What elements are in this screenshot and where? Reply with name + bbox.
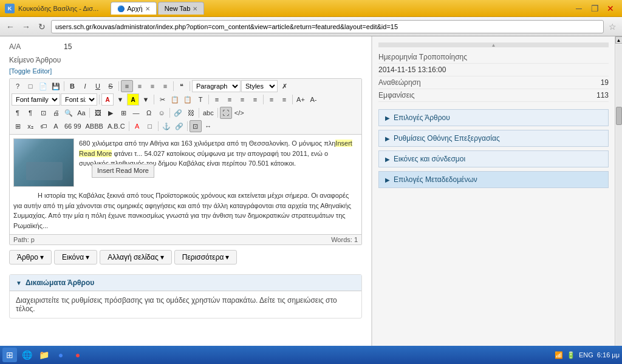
align-right2-button[interactable]: ≡ — [236, 93, 248, 106]
link-button[interactable]: 🔗 — [172, 107, 184, 119]
editor-content[interactable]: 680 χιλιόμετρα από την Αθήνα και 163 χιλ… — [10, 135, 361, 234]
ul-button[interactable]: ≡ — [265, 93, 278, 106]
sidebar-section-4: ▶ Επιλογές Μεταδεδομένων — [378, 171, 609, 188]
minimize-button[interactable]: ─ — [572, 2, 586, 15]
spell-button[interactable]: Aa — [75, 107, 87, 119]
rights-header[interactable]: ▼ Δικαιώματα Άρθρου — [10, 275, 361, 291]
paste-button[interactable]: 📋 — [182, 93, 194, 106]
emotion-button[interactable]: ☺ — [156, 107, 168, 119]
font-shrink-button[interactable]: A- — [307, 93, 320, 106]
spellcheck-button[interactable]: abc — [201, 107, 216, 119]
tab-newtab[interactable]: New Tab ✕ — [158, 2, 205, 15]
underline-button[interactable]: U — [92, 80, 104, 92]
paragraph-select[interactable]: Paragraph — [192, 80, 241, 92]
taskbar-chrome[interactable]: ● — [53, 348, 68, 362]
para-button[interactable]: ¶ — [12, 107, 24, 119]
italic-button[interactable]: I — [79, 80, 91, 92]
search-button[interactable]: 🔍 — [63, 107, 75, 119]
toggle-editor-button[interactable]: [Toggle Editor] — [9, 67, 52, 75]
font-color-button[interactable]: A — [101, 93, 114, 106]
taskbar-ie[interactable]: 🌐 — [19, 348, 34, 362]
editor-content-inner: 680 χιλιόμετρα από την Αθήνα και 163 χιλ… — [13, 138, 358, 187]
fullscreen-button[interactable]: ⛶ — [220, 107, 232, 119]
taskbar-folder[interactable]: 📁 — [36, 348, 51, 362]
align-justify2-button[interactable]: ≡ — [249, 93, 261, 106]
section-header-article-options[interactable]: ▶ Επιλογές Άρθρου — [378, 109, 609, 126]
address-bar[interactable] — [51, 20, 604, 33]
tab-active[interactable]: 🔵 Αρχή ✕ — [111, 2, 157, 15]
forward-button[interactable]: → — [19, 20, 33, 33]
link2-button[interactable]: 🔗 — [173, 120, 185, 132]
tab-pagebreak[interactable]: Αλλαγή σελίδας ▾ — [100, 250, 172, 265]
main-scrollbar[interactable]: ▲ ▼ — [615, 36, 622, 364]
hr-button[interactable]: — — [130, 107, 142, 119]
align-left2-button[interactable]: ≡ — [211, 93, 223, 106]
scroll-track[interactable] — [616, 44, 622, 356]
highlight-color-button[interactable]: A — [127, 93, 139, 106]
help-button[interactable]: ? — [12, 80, 24, 92]
sep10 — [89, 108, 90, 118]
table-button[interactable]: ⊞ — [117, 107, 129, 119]
bookmark-star[interactable]: ☆ — [606, 21, 618, 33]
tab2-close[interactable]: ✕ — [193, 5, 197, 12]
unlink-button[interactable]: ⛓ — [185, 107, 197, 119]
block-button[interactable]: ⊡ — [37, 107, 49, 119]
cut-button[interactable]: ✂ — [156, 93, 168, 106]
font-grow-button[interactable]: A+ — [295, 93, 307, 106]
toggle-button[interactable]: ⊡ — [190, 120, 202, 132]
clear-formatting-button[interactable]: ✗ — [278, 80, 290, 92]
anchor-button[interactable]: ⚓ — [160, 120, 173, 132]
ol-button[interactable]: ≡ — [278, 93, 290, 106]
code-button[interactable]: </> — [233, 107, 246, 119]
section-header-screen-settings[interactable]: ▶ Ρυθμίσεις Οθόνης Επεξεργασίας — [378, 130, 609, 147]
new-doc-button[interactable]: □ — [24, 80, 36, 92]
strikethrough-button[interactable]: S — [104, 80, 117, 92]
print-button[interactable]: 🖨 — [50, 107, 62, 119]
back-button[interactable]: ← — [4, 20, 17, 33]
abc-button[interactable]: ABBB — [84, 120, 105, 132]
font-family-select[interactable]: Font family — [12, 93, 60, 106]
section-header-metadata[interactable]: ▶ Επιλογές Μεταδεδομένων — [378, 171, 609, 188]
section-header-images-links[interactable]: ▶ Εικόνες και σύνδεσμοι — [378, 150, 609, 167]
paste-text-button[interactable]: T — [194, 93, 207, 106]
tab-image[interactable]: Εικόνα ▾ — [54, 250, 97, 265]
caret-color[interactable]: ▼ — [114, 93, 126, 106]
tab-more[interactable]: Περισσότερα ▾ — [174, 250, 238, 265]
para2-button[interactable]: ¶ — [24, 107, 36, 119]
num-button[interactable]: 66 99 — [63, 120, 83, 132]
restore-button[interactable]: ❐ — [588, 2, 601, 15]
text-color2-button[interactable]: A — [131, 120, 143, 132]
align-left-button[interactable]: ≡ — [121, 80, 133, 92]
media-button[interactable]: ▶ — [104, 107, 117, 119]
blockquote-button[interactable]: ❝ — [176, 80, 188, 92]
open-file-button[interactable]: 📄 — [37, 80, 49, 92]
text-bg-button[interactable]: □ — [144, 120, 156, 132]
table2-button[interactable]: ⊞ — [12, 120, 24, 132]
label-button[interactable]: 🏷 — [37, 120, 49, 132]
symbol-button[interactable]: Ω — [143, 107, 155, 119]
highlighted-text: Insert Read More — [79, 140, 352, 157]
close-button[interactable]: ✕ — [604, 2, 617, 15]
refresh-button[interactable]: ↻ — [35, 20, 49, 33]
save-button[interactable]: 💾 — [50, 80, 62, 92]
tab1-close[interactable]: ✕ — [145, 5, 150, 12]
sub-button[interactable]: x₂ — [24, 120, 36, 132]
font-size-select[interactable]: Font size — [61, 93, 97, 106]
scroll-thumb[interactable] — [616, 107, 622, 125]
caret-highlight[interactable]: ▼ — [140, 93, 152, 106]
taskbar-app4[interactable]: ● — [70, 348, 85, 362]
align-center2-button[interactable]: ≡ — [224, 93, 236, 106]
highlight2-button[interactable]: A — [50, 120, 62, 132]
tab-article[interactable]: Άρθρο ▾ — [9, 250, 52, 265]
img-button[interactable]: 🖼 — [92, 107, 104, 119]
expand-button[interactable]: ↔ — [202, 120, 214, 132]
styles-select[interactable]: Styles — [241, 80, 278, 92]
bold-button[interactable]: B — [66, 80, 78, 92]
align-right-button[interactable]: ≡ — [146, 80, 159, 92]
abc2-button[interactable]: A.B.C — [106, 120, 127, 132]
align-justify-button[interactable]: ≡ — [159, 80, 171, 92]
align-center-button[interactable]: ≡ — [134, 80, 146, 92]
copy-button[interactable]: 📋 — [169, 93, 181, 106]
scroll-up-arrow[interactable]: ▲ — [615, 36, 623, 44]
start-button[interactable]: ⊞ — [2, 348, 17, 362]
